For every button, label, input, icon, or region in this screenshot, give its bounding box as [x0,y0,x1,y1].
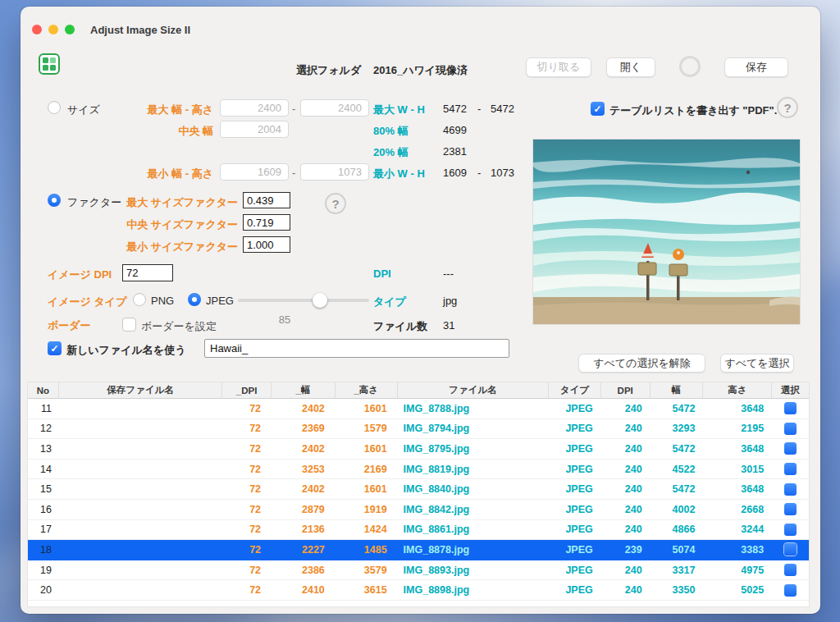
export-pdf-label: テーブルリストを書き出す "PDF". [609,103,777,118]
center-factor-label: 中央 サイズファクター [70,217,238,232]
info-min-height-value: 1073 [491,167,514,179]
file-count-value: 31 [443,319,454,332]
selected-folder-value: 2016_ハワイ現像済 [373,63,468,78]
center-width-input[interactable] [220,121,289,138]
info-80pct-value: 4699 [443,124,467,136]
pdf-help-button[interactable]: ? [777,97,798,118]
image-dpi-input[interactable] [122,264,173,281]
image-dpi-label: イメージ DPI [48,268,112,282]
border-label: ボーダー [48,318,91,333]
slider-track [238,299,369,302]
jpeg-radio-label: JPEG [206,295,234,307]
jpeg-quality-slider[interactable] [238,293,369,308]
border-checkbox-label: ボーダーを設定 [141,319,217,334]
dash-separator: - [477,167,481,179]
max-height-input[interactable] [300,99,369,117]
info-type-value: jpg [443,295,457,307]
min-width-input[interactable] [220,163,289,181]
factor-mode-radio[interactable] [48,194,61,207]
jpeg-quality-value: 85 [252,313,317,326]
deselect-all-button[interactable]: すべての選択を解除 [578,354,705,373]
app-window: Adjust Image Size II 選択フォルダ 2016_ハワイ現像済 … [21,7,820,614]
size-mode-radio[interactable] [48,101,61,114]
info-type-label: タイプ [373,295,406,309]
info-max-wh-label: 最大 W - H [373,103,425,117]
min-wh-label: 最小 幅 - 高さ [70,167,213,181]
select-all-button[interactable]: すべてを選択 [720,354,794,373]
minimize-window-button[interactable] [48,25,58,34]
info-dpi-label: DPI [373,268,391,280]
info-min-wh-label: 最小 W - H [373,167,425,181]
info-20pct-value: 2381 [443,145,467,158]
app-logo-icon [39,53,60,75]
info-min-width-value: 1609 [443,167,467,179]
info-20pct-label: 20% 幅 [373,145,409,160]
table-row[interactable]: 207224103615IMG_8898.jpgJPEG24033505025 [28,580,809,601]
file-table: No保存ファイル名_DPI_幅_高さファイル名タイプDPI幅高さ選択 11722… [27,382,810,607]
max-factor-input[interactable] [243,192,290,208]
png-radio-label: PNG [151,295,174,307]
factor-help-button[interactable]: ? [325,193,346,214]
export-pdf-checkbox[interactable] [591,102,605,116]
border-checkbox[interactable] [122,318,136,332]
preview-image [533,139,800,324]
info-max-height-value: 5472 [491,103,514,115]
min-factor-input[interactable] [243,236,290,253]
cell-select [772,580,809,600]
image-type-label: イメージ タイプ [48,295,126,309]
use-new-filename-label: 新しいファイル名を使う [66,343,185,358]
max-factor-label: 最大 サイズファクター [70,195,238,210]
window-title: Adjust Image Size II [90,24,190,36]
progress-ring-icon [679,56,701,77]
max-wh-label: 最大 幅 - 高さ [70,103,213,117]
cut-button[interactable]: 切り取る [526,57,591,77]
max-width-input[interactable] [220,99,289,117]
close-window-button[interactable] [32,25,42,34]
center-factor-input[interactable] [243,214,290,231]
use-new-filename-checkbox[interactable] [48,341,62,355]
selected-folder-label: 選択フォルダ [296,63,361,78]
save-button[interactable]: 保存 [724,57,788,77]
row-select-checkbox[interactable] [784,584,797,597]
titlebar: Adjust Image Size II [21,7,820,43]
open-button[interactable]: 開く [606,57,655,77]
new-filename-input[interactable] [204,339,509,358]
min-height-input[interactable] [300,163,369,181]
zoom-window-button[interactable] [65,25,75,34]
min-factor-label: 最小 サイズファクター [70,240,238,254]
png-radio[interactable] [133,293,146,306]
file-count-label: ファイル数 [373,319,427,334]
table-body: 117224021601IMG_8788.jpgJPEG240547236481… [28,399,809,601]
dash-separator: - [477,103,481,115]
dash-separator: - [292,167,295,179]
info-80pct-label: 80% 幅 [373,124,409,139]
dash-separator: - [292,103,295,115]
jpeg-radio[interactable] [188,293,201,306]
info-dpi-value: --- [443,268,454,280]
slider-knob[interactable] [313,293,327,308]
center-width-label: 中央 幅 [70,124,213,139]
info-max-width-value: 5472 [443,103,467,115]
